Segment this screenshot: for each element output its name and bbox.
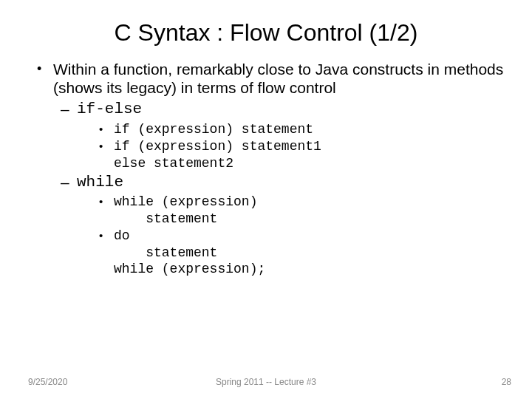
- dash-icon: –: [61, 100, 77, 119]
- bullet-level3: • if (expression) statement: [35, 121, 510, 138]
- bullet-level1: • Within a function, remarkably close to…: [35, 60, 510, 97]
- bullet-text: Within a function, remarkably close to J…: [53, 60, 510, 97]
- bullet-dot-icon: •: [99, 228, 114, 245]
- bullet-level3: • if (expression) statement1 else statem…: [35, 138, 510, 171]
- bullet-dot-icon: •: [99, 194, 114, 211]
- code-text: if (expression) statement1 else statemen…: [114, 138, 321, 171]
- bullet-level2-ifelse: – if-else: [35, 100, 510, 119]
- while-label: while: [77, 173, 123, 192]
- slide-title: C Syntax : Flow Control (1/2): [0, 0, 532, 60]
- bullet-dot-icon: •: [99, 121, 114, 138]
- code-text: while (expression) statement: [114, 194, 257, 227]
- bullet-level2-while: – while: [35, 173, 510, 192]
- slide-content: • Within a function, remarkably close to…: [0, 60, 532, 278]
- slide-footer: 9/25/2020 Spring 2011 -- Lecture #3 28: [0, 377, 532, 387]
- ifelse-label: if-else: [77, 100, 142, 119]
- footer-page-number: 28: [502, 377, 511, 387]
- footer-course: Spring 2011 -- Lecture #3: [216, 377, 316, 387]
- code-text: do statement while (expression);: [114, 228, 265, 278]
- code-text: if (expression) statement: [114, 121, 313, 138]
- bullet-level3: • while (expression) statement: [35, 194, 510, 227]
- dash-icon: –: [61, 173, 77, 192]
- bullet-level3: • do statement while (expression);: [35, 228, 510, 278]
- bullet-dot-icon: •: [99, 138, 114, 155]
- bullet-dot-icon: •: [35, 60, 53, 78]
- footer-date: 9/25/2020: [28, 377, 67, 387]
